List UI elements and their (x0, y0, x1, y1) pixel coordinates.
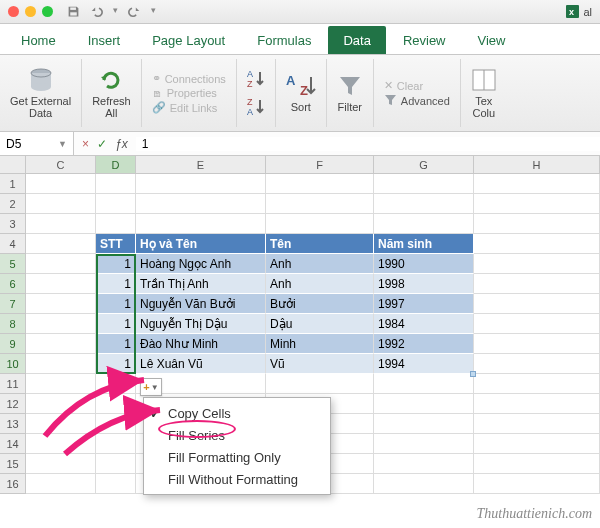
cell-C1[interactable] (26, 174, 96, 194)
cell-F5[interactable]: Anh (266, 254, 374, 274)
cell-D3[interactable] (96, 214, 136, 234)
row-header-9[interactable]: 9 (0, 334, 26, 354)
cell-F7[interactable]: Bưởi (266, 294, 374, 314)
cell-F4[interactable]: Tên (266, 234, 374, 254)
cell-F1[interactable] (266, 174, 374, 194)
cell-C9[interactable] (26, 334, 96, 354)
menu-fill-formatting-only[interactable]: Fill Formatting Only (144, 446, 330, 468)
cell-H12[interactable] (474, 394, 600, 414)
edit-links-button[interactable]: 🔗 Edit Links (152, 101, 218, 114)
cell-G1[interactable] (374, 174, 474, 194)
cell-C3[interactable] (26, 214, 96, 234)
cell-D11[interactable] (96, 374, 136, 394)
properties-button[interactable]: 🗈 Properties (152, 87, 217, 99)
cell-C16[interactable] (26, 474, 96, 494)
cell-D13[interactable] (96, 414, 136, 434)
chevron-down-icon[interactable]: ▼ (58, 139, 67, 149)
connections-button[interactable]: ⚭ Connections (152, 72, 226, 85)
cell-G6[interactable]: 1998 (374, 274, 474, 294)
cell-F9[interactable]: Minh (266, 334, 374, 354)
cell-C13[interactable] (26, 414, 96, 434)
column-header-G[interactable]: G (374, 156, 474, 173)
undo-icon[interactable] (90, 5, 103, 18)
cell-F2[interactable] (266, 194, 374, 214)
cell-D8[interactable]: 1 (96, 314, 136, 334)
cell-C7[interactable] (26, 294, 96, 314)
sort-za-button[interactable]: ZA (247, 96, 265, 118)
cell-D7[interactable]: 1 (96, 294, 136, 314)
cell-H9[interactable] (474, 334, 600, 354)
cell-C14[interactable] (26, 434, 96, 454)
row-header-12[interactable]: 12 (0, 394, 26, 414)
cell-G16[interactable] (374, 474, 474, 494)
zoom-window-button[interactable] (42, 6, 53, 17)
cell-E8[interactable]: Nguyễn Thị Dậu (136, 314, 266, 334)
cell-C5[interactable] (26, 254, 96, 274)
cell-E10[interactable]: Lê Xuân Vũ (136, 354, 266, 374)
table-last-cell-handle[interactable] (470, 371, 476, 377)
cell-E7[interactable]: Nguyễn Văn Bưởi (136, 294, 266, 314)
text-to-columns-button[interactable]: Tex Colu (471, 67, 497, 119)
cell-G15[interactable] (374, 454, 474, 474)
tab-insert[interactable]: Insert (73, 26, 136, 54)
row-header-3[interactable]: 3 (0, 214, 26, 234)
cell-D10[interactable]: 1 (96, 354, 136, 374)
cell-D6[interactable]: 1 (96, 274, 136, 294)
row-header-7[interactable]: 7 (0, 294, 26, 314)
row-header-5[interactable]: 5 (0, 254, 26, 274)
close-window-button[interactable] (8, 6, 19, 17)
cell-G13[interactable] (374, 414, 474, 434)
row-header-2[interactable]: 2 (0, 194, 26, 214)
row-header-6[interactable]: 6 (0, 274, 26, 294)
autofill-options-button[interactable]: + ▼ (140, 378, 162, 396)
cell-E6[interactable]: Trần Thị Anh (136, 274, 266, 294)
cell-E2[interactable] (136, 194, 266, 214)
cell-D9[interactable]: 1 (96, 334, 136, 354)
cell-H13[interactable] (474, 414, 600, 434)
cell-G8[interactable]: 1984 (374, 314, 474, 334)
cell-G2[interactable] (374, 194, 474, 214)
cell-E3[interactable] (136, 214, 266, 234)
cell-D2[interactable] (96, 194, 136, 214)
advanced-filter-button[interactable]: Advanced (384, 94, 450, 107)
cell-F8[interactable]: Dậu (266, 314, 374, 334)
cell-C12[interactable] (26, 394, 96, 414)
column-header-D[interactable]: D (96, 156, 136, 173)
row-header-1[interactable]: 1 (0, 174, 26, 194)
sort-button[interactable]: AZ Sort (286, 73, 316, 113)
enter-icon[interactable]: ✓ (97, 137, 107, 151)
cell-H2[interactable] (474, 194, 600, 214)
cell-D1[interactable] (96, 174, 136, 194)
cell-H8[interactable] (474, 314, 600, 334)
cell-C2[interactable] (26, 194, 96, 214)
tab-data[interactable]: Data (328, 26, 385, 54)
cell-H15[interactable] (474, 454, 600, 474)
cell-G11[interactable] (374, 374, 474, 394)
cell-C4[interactable] (26, 234, 96, 254)
cell-C15[interactable] (26, 454, 96, 474)
window-controls[interactable] (8, 6, 53, 17)
row-header-14[interactable]: 14 (0, 434, 26, 454)
cell-H16[interactable] (474, 474, 600, 494)
column-header-H[interactable]: H (474, 156, 600, 173)
cell-E4[interactable]: Họ và Tên (136, 234, 266, 254)
undo-dropdown-icon[interactable]: ▾ (113, 5, 118, 18)
row-header-4[interactable]: 4 (0, 234, 26, 254)
cell-G4[interactable]: Năm sinh (374, 234, 474, 254)
cell-H10[interactable] (474, 354, 600, 374)
cell-H7[interactable] (474, 294, 600, 314)
fx-icon[interactable]: ƒx (115, 137, 128, 151)
row-header-11[interactable]: 11 (0, 374, 26, 394)
tab-home[interactable]: Home (6, 26, 71, 54)
cell-E9[interactable]: Đào Như Minh (136, 334, 266, 354)
menu-copy-cells[interactable]: ✓ Copy Cells (144, 402, 330, 424)
tab-page-layout[interactable]: Page Layout (137, 26, 240, 54)
cell-G9[interactable]: 1992 (374, 334, 474, 354)
cell-F11[interactable] (266, 374, 374, 394)
select-all-corner[interactable] (0, 156, 26, 173)
cell-G7[interactable]: 1997 (374, 294, 474, 314)
cell-H11[interactable] (474, 374, 600, 394)
redo-icon[interactable] (128, 5, 141, 18)
cell-H1[interactable] (474, 174, 600, 194)
column-header-C[interactable]: C (26, 156, 96, 173)
